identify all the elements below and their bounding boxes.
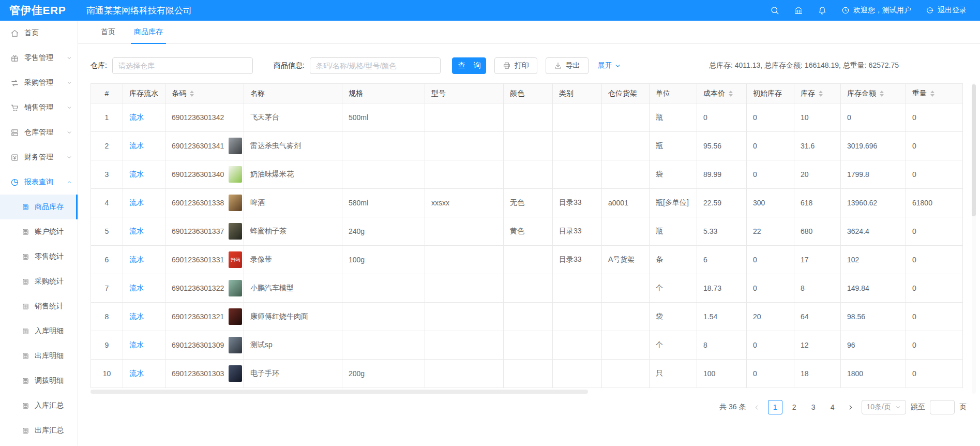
sidebar-item-report-query[interactable]: 报表查询 xyxy=(0,170,78,195)
sidebar-item-sales-mgmt[interactable]: 销售管理 xyxy=(0,95,78,120)
barcode-value: 6901236301303 xyxy=(172,369,224,378)
sidebar-item-inbound-summary[interactable]: 入库汇总 xyxy=(0,393,78,418)
column-label: 库存金额 xyxy=(847,89,876,98)
flow-link[interactable]: 流水 xyxy=(129,284,144,293)
page-size-select[interactable]: 10条/页 xyxy=(862,400,906,414)
chevron-down-icon xyxy=(614,63,621,69)
table-row: 4流水6901236301338啤酒580mlxxsxx无色目录33a0001瓶… xyxy=(91,189,963,217)
cell-spec: 240g xyxy=(342,217,425,246)
cell-stock: 12 xyxy=(794,331,841,360)
welcome-user[interactable]: 欢迎您，测试用户 xyxy=(841,6,911,15)
jump-label: 跳至 xyxy=(911,403,925,412)
column-label: # xyxy=(105,90,109,98)
main-area: 首页 商品库存 仓库: 商品信息: 查 询 打印 导出 展开 xyxy=(78,21,980,446)
cell-weight: 0 xyxy=(906,217,963,246)
cell-init: 22 xyxy=(747,217,794,246)
horizontal-scrollbar[interactable] xyxy=(91,390,963,394)
flow-link[interactable]: 流水 xyxy=(129,198,144,207)
flow-link[interactable]: 流水 xyxy=(129,227,144,236)
page-button-4[interactable]: 4 xyxy=(825,400,840,414)
sidebar-item-sales-stats[interactable]: 销售统计 xyxy=(0,294,78,319)
cell-cost: 18.73 xyxy=(697,274,747,303)
cell-spec xyxy=(342,303,425,331)
sidebar: 首页零售管理采购管理销售管理仓库管理财务管理报表查询商品库存账户统计零售统计采购… xyxy=(0,21,78,446)
prev-page-button[interactable] xyxy=(751,400,763,414)
search-icon[interactable] xyxy=(770,6,779,15)
cell-spec xyxy=(342,274,425,303)
flow-link[interactable]: 流水 xyxy=(129,255,144,264)
cell-unit: 袋 xyxy=(650,303,697,331)
print-button[interactable]: 打印 xyxy=(494,57,537,74)
barcode-value: 6901236301338 xyxy=(172,199,224,207)
next-page-button[interactable] xyxy=(845,400,857,414)
cell-shelf xyxy=(602,360,650,388)
cell-barcode: 6901236301331扫码 xyxy=(165,246,244,274)
sidebar-item-inbound-detail[interactable]: 入库明细 xyxy=(0,319,78,344)
doc-icon xyxy=(22,427,29,435)
cell-amount: 96 xyxy=(841,331,906,360)
column-header-spec: 规格 xyxy=(342,84,425,103)
page-button-1[interactable]: 1 xyxy=(768,400,782,414)
sidebar-item-home[interactable]: 首页 xyxy=(0,21,78,46)
tab-home[interactable]: 首页 xyxy=(92,21,125,43)
sidebar-item-product-stock[interactable]: 商品库存 xyxy=(0,195,78,219)
cell-shelf: A号货架 xyxy=(602,246,650,274)
column-header-cost[interactable]: 成本价 xyxy=(697,84,747,103)
column-label: 类别 xyxy=(559,89,574,98)
bank-icon[interactable] xyxy=(794,6,803,15)
cell-model xyxy=(425,360,504,388)
bell-icon[interactable] xyxy=(818,6,827,15)
column-header-name: 名称 xyxy=(244,84,342,103)
sidebar-item-retail-stats[interactable]: 零售统计 xyxy=(0,244,78,269)
sidebar-item-purchase-mgmt[interactable]: 采购管理 xyxy=(0,70,78,95)
column-header-weight[interactable]: 重量 xyxy=(906,84,963,103)
flow-link[interactable]: 流水 xyxy=(129,369,144,378)
cell-model xyxy=(425,132,504,160)
cell-barcode: 6901236301342 xyxy=(165,103,244,132)
sidebar-item-finance-mgmt[interactable]: 财务管理 xyxy=(0,145,78,170)
expand-link[interactable]: 展开 xyxy=(598,61,621,70)
cell-model: xxsxx xyxy=(425,189,504,217)
search-button[interactable]: 查 询 xyxy=(452,57,486,74)
page-button-2[interactable]: 2 xyxy=(787,400,802,414)
flow-link[interactable]: 流水 xyxy=(129,113,144,122)
cell-color xyxy=(504,360,553,388)
flow-link[interactable]: 流水 xyxy=(129,170,144,179)
flow-link[interactable]: 流水 xyxy=(129,141,144,151)
product-thumbnail xyxy=(229,280,242,296)
table-row: 6流水6901236301331扫码录像带100g目录33A号货架条601710… xyxy=(91,246,963,274)
content: 仓库: 商品信息: 查 询 打印 导出 展开 总库存: 4011.13, 总库存… xyxy=(78,44,980,414)
logout-button[interactable]: 退出登录 xyxy=(926,6,967,15)
sidebar-item-outbound-summary[interactable]: 出库汇总 xyxy=(0,418,78,443)
flow-link[interactable]: 流水 xyxy=(129,340,144,350)
table-row: 2流水6901236301341雷达杀虫气雾剂瓶95.56031.63019.6… xyxy=(91,132,963,160)
column-header-amount[interactable]: 库存金额 xyxy=(841,84,906,103)
cell-index: 4 xyxy=(91,189,123,217)
doc-icon xyxy=(22,352,29,360)
vertical-scrollbar[interactable] xyxy=(972,83,976,394)
sidebar-item-outbound-detail[interactable]: 出库明细 xyxy=(0,344,78,368)
column-label: 成本价 xyxy=(703,89,725,98)
column-header-barcode[interactable]: 条码 xyxy=(165,84,244,103)
column-label: 规格 xyxy=(349,89,363,98)
flow-link[interactable]: 流水 xyxy=(129,312,144,321)
sidebar-item-purchase-stats[interactable]: 采购统计 xyxy=(0,269,78,294)
product-info-input[interactable] xyxy=(310,57,441,74)
sidebar-item-transfer-detail[interactable]: 调拨明细 xyxy=(0,368,78,393)
page-button-3[interactable]: 3 xyxy=(806,400,821,414)
logout-icon xyxy=(926,6,934,14)
jump-page-input[interactable] xyxy=(930,400,955,414)
tab-product-stock[interactable]: 商品库存 xyxy=(125,21,172,43)
warehouse-select-input[interactable] xyxy=(112,57,253,74)
column-header-stock[interactable]: 库存 xyxy=(794,84,841,103)
sidebar-item-retail-mgmt[interactable]: 零售管理 xyxy=(0,46,78,70)
pagination: 共 36 条 1234 10条/页 跳至 页 xyxy=(91,400,968,414)
sidebar-item-warehouse-mgmt[interactable]: 仓库管理 xyxy=(0,120,78,145)
table-header-row: #库存流水条码名称规格型号颜色类别仓位货架单位成本价初始库存库存库存金额重量 xyxy=(91,84,963,103)
cell-color xyxy=(504,103,553,132)
cell-weight: 0 xyxy=(906,246,963,274)
barcode-value: 6901236301342 xyxy=(172,113,224,122)
cell-category: 目录33 xyxy=(553,217,602,246)
sidebar-item-account-stats[interactable]: 账户统计 xyxy=(0,219,78,244)
export-button[interactable]: 导出 xyxy=(546,57,589,74)
